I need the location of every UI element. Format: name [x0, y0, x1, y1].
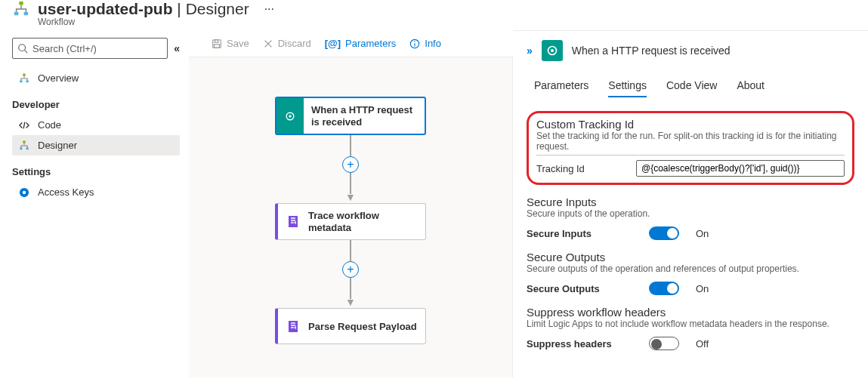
svg-rect-5: [23, 73, 26, 75]
sidebar-item-code[interactable]: Code: [12, 115, 180, 135]
info-button[interactable]: Info: [409, 38, 441, 49]
svg-rect-2: [24, 12, 28, 16]
toolbar-label: Save: [227, 38, 249, 49]
field-label: Secure Inputs: [527, 228, 640, 239]
section-subtitle: Limit Logic Apps to not include workflow…: [527, 319, 854, 331]
flow-node-label: Parse Request Payload: [308, 309, 425, 343]
field-label: Tracking Id: [536, 163, 627, 174]
section-title: Suppress workflow headers: [527, 306, 854, 319]
svg-rect-1: [14, 12, 19, 16]
tab-about[interactable]: About: [737, 75, 765, 97]
toolbar-label: Discard: [278, 38, 311, 49]
section-title: Secure Inputs: [527, 196, 854, 208]
tracking-id-input[interactable]: [636, 160, 845, 177]
operation-icon: [289, 321, 298, 332]
section-title: Secure Outputs: [527, 251, 854, 263]
section-subtitle: Set the tracking id for the run. For spl…: [536, 131, 845, 156]
sidebar-item-designer[interactable]: Designer: [12, 135, 180, 156]
svg-point-12: [23, 190, 26, 193]
detail-tabs: Parameters Settings Code View About: [527, 75, 854, 97]
toggle-state: Off: [696, 338, 709, 350]
suppress-headers-toggle[interactable]: [649, 337, 679, 350]
arrow-down-icon: ▼: [345, 296, 356, 308]
svg-rect-10: [26, 147, 29, 149]
code-icon: [18, 120, 30, 131]
workflow-icon: [12, 0, 30, 18]
flow-node-label: When a HTTP request is received: [304, 98, 425, 134]
http-request-icon: [542, 40, 563, 61]
save-button[interactable]: Save: [212, 38, 249, 49]
sidebar-item-label: Designer: [38, 140, 77, 151]
toolbar-label: Parameters: [345, 38, 396, 49]
sidebar-group-settings: Settings: [12, 156, 180, 182]
tab-code-view[interactable]: Code View: [666, 75, 717, 97]
http-request-icon: [283, 109, 298, 124]
field-label: Secure Outputs: [527, 283, 640, 294]
svg-rect-8: [23, 140, 26, 143]
section-subtitle: Secure inputs of the operation.: [527, 208, 854, 220]
sidebar-item-label: Code: [38, 119, 61, 131]
add-step-button[interactable]: +: [342, 156, 359, 173]
detail-panel-title: When a HTTP request is received: [572, 45, 731, 57]
svg-rect-6: [20, 80, 23, 82]
section-title: Custom Tracking Id: [536, 118, 845, 131]
workflow-small-icon: [18, 73, 30, 84]
svg-rect-9: [20, 147, 23, 149]
secure-inputs-section: Secure Inputs Secure inputs of the opera…: [527, 196, 854, 240]
tab-settings[interactable]: Settings: [608, 75, 647, 97]
page-subtitle: Workflow: [38, 17, 856, 27]
designer-icon: [18, 140, 30, 151]
sidebar-group-developer: Developer: [12, 88, 180, 115]
operation-icon: [289, 216, 298, 227]
toggle-state: On: [696, 228, 709, 239]
secure-outputs-toggle[interactable]: [649, 282, 679, 295]
collapse-panel-button[interactable]: »: [527, 45, 533, 57]
discard-button[interactable]: Discard: [263, 38, 311, 49]
search-placeholder: Search (Ctrl+/): [32, 43, 97, 54]
sidebar: Search (Ctrl+/) « Overview Developer Cod…: [0, 30, 189, 377]
info-icon: [409, 38, 420, 49]
parameters-icon: [@]: [325, 38, 341, 49]
add-step-button[interactable]: +: [342, 261, 359, 278]
custom-tracking-section: Custom Tracking Id Set the tracking id f…: [527, 111, 854, 185]
secure-outputs-section: Secure Outputs Secure outputs of the ope…: [527, 251, 854, 295]
page-title: user-updated-pub | Designer: [38, 0, 249, 18]
svg-line-4: [25, 51, 28, 54]
section-subtitle: Secure outputs of the operation and refe…: [527, 263, 854, 276]
flow-node-parse[interactable]: Parse Request Payload: [275, 308, 426, 344]
sidebar-item-overview[interactable]: Overview: [12, 68, 180, 88]
sidebar-item-label: Access Keys: [38, 186, 94, 198]
flow-node-trace[interactable]: Trace workflow metadata: [275, 203, 426, 240]
toggle-state: On: [696, 283, 709, 294]
key-icon: [18, 187, 30, 198]
svg-point-3: [19, 45, 26, 51]
svg-point-24: [551, 49, 554, 52]
arrow-down-icon: ▼: [345, 191, 356, 203]
toolbar-label: Info: [425, 38, 441, 49]
tab-parameters[interactable]: Parameters: [534, 75, 588, 97]
flow-node-trigger[interactable]: When a HTTP request is received: [275, 97, 426, 135]
flow-node-label: Trace workflow metadata: [308, 204, 425, 239]
svg-point-20: [415, 41, 415, 42]
svg-rect-7: [26, 80, 29, 82]
suppress-headers-section: Suppress workflow headers Limit Logic Ap…: [527, 306, 854, 350]
collapse-sidebar-button[interactable]: «: [174, 42, 180, 54]
discard-icon: [263, 38, 273, 49]
field-label: Suppress headers: [527, 338, 640, 350]
svg-rect-14: [215, 39, 218, 42]
search-icon: [17, 43, 28, 54]
sidebar-item-label: Overview: [38, 72, 79, 84]
save-icon: [212, 38, 222, 49]
parameters-button[interactable]: [@] Parameters: [325, 38, 397, 49]
search-input[interactable]: Search (Ctrl+/): [12, 38, 168, 59]
node-detail-panel: » When a HTTP request is received Parame…: [513, 30, 868, 377]
secure-inputs-toggle[interactable]: [649, 226, 679, 240]
more-menu-button[interactable]: ···: [264, 2, 274, 16]
svg-rect-15: [215, 44, 220, 47]
svg-rect-0: [19, 2, 23, 5]
designer-toolbar: Save Discard [@] Parameters Info: [189, 30, 513, 57]
svg-point-22: [289, 115, 292, 118]
sidebar-item-access-keys[interactable]: Access Keys: [12, 182, 180, 202]
designer-canvas[interactable]: When a HTTP request is received + ▼: [189, 57, 513, 377]
